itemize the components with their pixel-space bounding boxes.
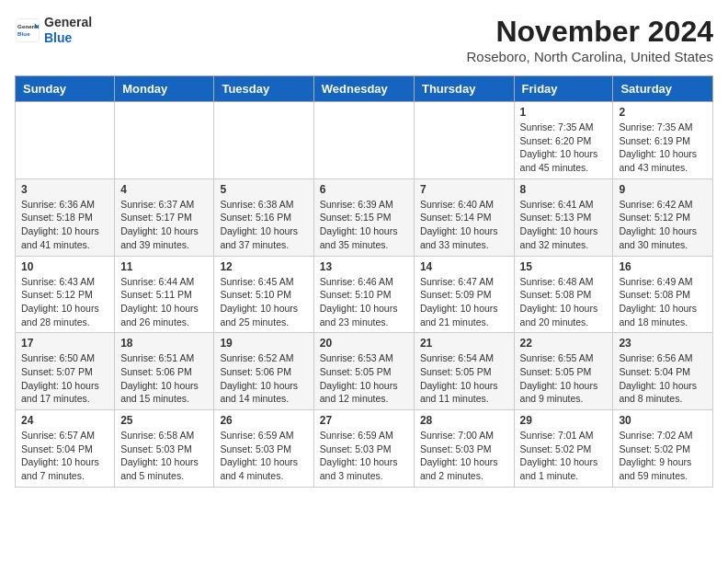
day-number: 17 xyxy=(21,337,108,350)
day-info: Sunrise: 6:59 AM Sunset: 5:03 PM Dayligh… xyxy=(320,429,408,483)
logo: General Blue General Blue xyxy=(15,15,92,46)
calendar-cell: 6Sunrise: 6:39 AM Sunset: 5:15 PM Daylig… xyxy=(313,178,414,256)
day-info: Sunrise: 6:45 AM Sunset: 5:10 PM Dayligh… xyxy=(220,275,307,329)
day-info: Sunrise: 7:02 AM Sunset: 5:02 PM Dayligh… xyxy=(619,429,707,483)
calendar-table: SundayMondayTuesdayWednesdayThursdayFrid… xyxy=(15,75,713,488)
weekday-header-wednesday: Wednesday xyxy=(313,76,414,102)
day-number: 23 xyxy=(619,337,707,350)
day-info: Sunrise: 7:35 AM Sunset: 6:20 PM Dayligh… xyxy=(520,121,608,175)
day-info: Sunrise: 6:53 AM Sunset: 5:05 PM Dayligh… xyxy=(320,351,408,406)
day-number: 5 xyxy=(220,183,307,196)
calendar-cell: 21Sunrise: 6:54 AM Sunset: 5:05 PM Dayli… xyxy=(414,333,514,410)
calendar-cell: 24Sunrise: 6:57 AM Sunset: 5:04 PM Dayli… xyxy=(16,410,115,488)
week-row-3: 10Sunrise: 6:43 AM Sunset: 5:12 PM Dayli… xyxy=(16,256,713,333)
calendar-cell xyxy=(16,102,115,179)
day-number: 30 xyxy=(619,414,707,427)
week-row-1: 1Sunrise: 7:35 AM Sunset: 6:20 PM Daylig… xyxy=(16,102,713,179)
day-info: Sunrise: 6:44 AM Sunset: 5:11 PM Dayligh… xyxy=(120,275,208,329)
day-info: Sunrise: 6:38 AM Sunset: 5:16 PM Dayligh… xyxy=(220,198,307,252)
day-number: 26 xyxy=(220,414,307,427)
day-info: Sunrise: 7:01 AM Sunset: 5:02 PM Dayligh… xyxy=(520,429,608,483)
day-info: Sunrise: 6:55 AM Sunset: 5:05 PM Dayligh… xyxy=(520,351,608,406)
day-info: Sunrise: 6:57 AM Sunset: 5:04 PM Dayligh… xyxy=(21,429,108,483)
day-number: 12 xyxy=(220,260,307,273)
day-number: 15 xyxy=(520,260,608,273)
day-number: 21 xyxy=(420,337,508,350)
weekday-header-monday: Monday xyxy=(115,76,214,102)
day-number: 22 xyxy=(520,337,608,350)
day-info: Sunrise: 6:41 AM Sunset: 5:13 PM Dayligh… xyxy=(520,198,608,252)
calendar-cell: 10Sunrise: 6:43 AM Sunset: 5:12 PM Dayli… xyxy=(16,256,115,333)
day-info: Sunrise: 6:43 AM Sunset: 5:12 PM Dayligh… xyxy=(21,275,108,329)
day-number: 28 xyxy=(420,414,508,427)
day-number: 8 xyxy=(520,183,608,196)
day-info: Sunrise: 6:47 AM Sunset: 5:09 PM Dayligh… xyxy=(420,275,508,329)
day-number: 7 xyxy=(420,183,508,196)
weekday-header-saturday: Saturday xyxy=(613,76,713,102)
weekday-header-tuesday: Tuesday xyxy=(214,76,313,102)
day-number: 19 xyxy=(220,337,307,350)
location-text: Roseboro, North Carolina, United States xyxy=(467,49,713,64)
page-header: General Blue General Blue November 2024 … xyxy=(15,15,713,64)
day-number: 29 xyxy=(520,414,608,427)
calendar-cell: 27Sunrise: 6:59 AM Sunset: 5:03 PM Dayli… xyxy=(313,410,414,488)
calendar-cell: 1Sunrise: 7:35 AM Sunset: 6:20 PM Daylig… xyxy=(514,102,613,179)
month-title: November 2024 xyxy=(467,15,713,49)
calendar-cell: 25Sunrise: 6:58 AM Sunset: 5:03 PM Dayli… xyxy=(115,410,214,488)
day-number: 27 xyxy=(320,414,408,427)
calendar-cell: 15Sunrise: 6:48 AM Sunset: 5:08 PM Dayli… xyxy=(514,256,613,333)
day-info: Sunrise: 6:59 AM Sunset: 5:03 PM Dayligh… xyxy=(220,429,307,483)
day-number: 9 xyxy=(619,183,707,196)
day-info: Sunrise: 6:42 AM Sunset: 5:12 PM Dayligh… xyxy=(619,198,707,252)
day-number: 2 xyxy=(619,106,707,119)
logo-icon: General Blue xyxy=(15,17,40,43)
calendar-cell: 29Sunrise: 7:01 AM Sunset: 5:02 PM Dayli… xyxy=(514,410,613,488)
day-number: 25 xyxy=(120,414,208,427)
day-info: Sunrise: 6:40 AM Sunset: 5:14 PM Dayligh… xyxy=(420,198,508,252)
day-number: 1 xyxy=(520,106,608,119)
day-number: 10 xyxy=(21,260,108,273)
calendar-cell: 7Sunrise: 6:40 AM Sunset: 5:14 PM Daylig… xyxy=(414,178,514,256)
day-info: Sunrise: 6:50 AM Sunset: 5:07 PM Dayligh… xyxy=(21,351,108,406)
day-info: Sunrise: 6:39 AM Sunset: 5:15 PM Dayligh… xyxy=(320,198,408,252)
calendar-cell: 17Sunrise: 6:50 AM Sunset: 5:07 PM Dayli… xyxy=(16,333,115,410)
weekday-header-row: SundayMondayTuesdayWednesdayThursdayFrid… xyxy=(16,76,713,102)
calendar-cell: 26Sunrise: 6:59 AM Sunset: 5:03 PM Dayli… xyxy=(214,410,313,488)
calendar-cell: 19Sunrise: 6:52 AM Sunset: 5:06 PM Dayli… xyxy=(214,333,313,410)
calendar-cell xyxy=(115,102,214,179)
day-number: 13 xyxy=(320,260,408,273)
day-info: Sunrise: 7:00 AM Sunset: 5:03 PM Dayligh… xyxy=(420,429,508,483)
day-number: 20 xyxy=(320,337,408,350)
day-number: 11 xyxy=(120,260,208,273)
calendar-cell: 11Sunrise: 6:44 AM Sunset: 5:11 PM Dayli… xyxy=(115,256,214,333)
day-info: Sunrise: 6:48 AM Sunset: 5:08 PM Dayligh… xyxy=(520,275,608,329)
calendar-cell: 23Sunrise: 6:56 AM Sunset: 5:04 PM Dayli… xyxy=(613,333,713,410)
calendar-cell: 28Sunrise: 7:00 AM Sunset: 5:03 PM Dayli… xyxy=(414,410,514,488)
day-number: 6 xyxy=(320,183,408,196)
week-row-5: 24Sunrise: 6:57 AM Sunset: 5:04 PM Dayli… xyxy=(16,410,713,488)
calendar-cell: 18Sunrise: 6:51 AM Sunset: 5:06 PM Dayli… xyxy=(115,333,214,410)
calendar-cell: 13Sunrise: 6:46 AM Sunset: 5:10 PM Dayli… xyxy=(313,256,414,333)
title-block: November 2024 Roseboro, North Carolina, … xyxy=(467,15,713,64)
weekday-header-thursday: Thursday xyxy=(414,76,514,102)
calendar-cell: 12Sunrise: 6:45 AM Sunset: 5:10 PM Dayli… xyxy=(214,256,313,333)
calendar-cell: 4Sunrise: 6:37 AM Sunset: 5:17 PM Daylig… xyxy=(115,178,214,256)
day-info: Sunrise: 6:54 AM Sunset: 5:05 PM Dayligh… xyxy=(420,351,508,406)
day-number: 4 xyxy=(120,183,208,196)
day-info: Sunrise: 6:36 AM Sunset: 5:18 PM Dayligh… xyxy=(21,198,108,252)
weekday-header-friday: Friday xyxy=(514,76,613,102)
day-info: Sunrise: 6:37 AM Sunset: 5:17 PM Dayligh… xyxy=(120,198,208,252)
week-row-4: 17Sunrise: 6:50 AM Sunset: 5:07 PM Dayli… xyxy=(16,333,713,410)
calendar-cell: 8Sunrise: 6:41 AM Sunset: 5:13 PM Daylig… xyxy=(514,178,613,256)
day-info: Sunrise: 6:46 AM Sunset: 5:10 PM Dayligh… xyxy=(320,275,408,329)
calendar-cell: 5Sunrise: 6:38 AM Sunset: 5:16 PM Daylig… xyxy=(214,178,313,256)
day-info: Sunrise: 6:52 AM Sunset: 5:06 PM Dayligh… xyxy=(220,351,307,406)
day-info: Sunrise: 6:49 AM Sunset: 5:08 PM Dayligh… xyxy=(619,275,707,329)
day-info: Sunrise: 7:35 AM Sunset: 6:19 PM Dayligh… xyxy=(619,121,707,175)
calendar-cell xyxy=(214,102,313,179)
calendar-cell xyxy=(313,102,414,179)
calendar-cell: 16Sunrise: 6:49 AM Sunset: 5:08 PM Dayli… xyxy=(613,256,713,333)
svg-text:Blue: Blue xyxy=(17,30,30,37)
calendar-cell: 9Sunrise: 6:42 AM Sunset: 5:12 PM Daylig… xyxy=(613,178,713,256)
logo-text-general: General xyxy=(44,15,92,30)
